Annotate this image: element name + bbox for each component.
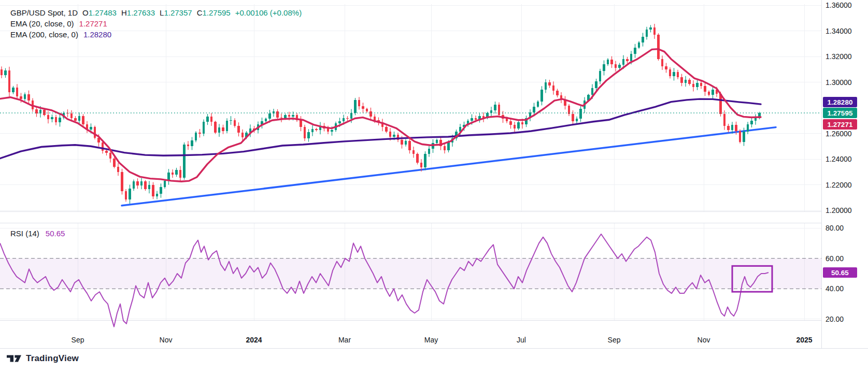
candle-body xyxy=(416,154,419,163)
candle-body xyxy=(424,154,426,167)
candle-body xyxy=(51,117,53,119)
candle-body xyxy=(579,109,582,119)
candle-body xyxy=(408,141,411,150)
candle-body xyxy=(490,110,493,113)
candle-body xyxy=(331,130,333,131)
candle-body xyxy=(374,117,376,120)
candle-body xyxy=(315,129,318,130)
candle-body xyxy=(70,113,73,118)
candle-body xyxy=(195,133,197,140)
candle-body xyxy=(548,82,551,85)
candle-body xyxy=(1,69,3,75)
candle-body xyxy=(179,170,182,178)
candle-body xyxy=(16,88,19,96)
candle-body xyxy=(94,127,96,138)
candle-body xyxy=(630,54,633,61)
candle-body xyxy=(4,70,7,75)
candle-body xyxy=(545,82,547,90)
candle-body xyxy=(576,119,578,121)
candle-body xyxy=(265,119,267,121)
candle-body xyxy=(74,118,77,121)
candle-body xyxy=(610,60,613,64)
candle-body xyxy=(338,121,341,123)
candle-body xyxy=(350,113,353,119)
candle-body xyxy=(665,66,667,69)
candle-body xyxy=(385,127,388,132)
chart-canvas[interactable] xyxy=(0,0,868,372)
candle-body xyxy=(618,65,621,68)
candle-body xyxy=(129,189,131,199)
candle-body xyxy=(727,126,730,131)
candle-body xyxy=(389,132,392,137)
ema200-line[interactable] xyxy=(0,99,761,159)
candle-body xyxy=(362,106,364,109)
candle-body xyxy=(731,125,734,130)
candle-body xyxy=(160,187,162,193)
candle-body xyxy=(436,140,438,143)
candle-body xyxy=(393,135,395,137)
candle-body xyxy=(55,117,58,122)
candle-body xyxy=(82,116,84,124)
candle-body xyxy=(198,133,201,133)
candle-body xyxy=(183,145,186,178)
candle-body xyxy=(494,105,496,110)
candle-body xyxy=(164,181,166,187)
trendline-drawing[interactable] xyxy=(122,127,776,206)
candle-body xyxy=(599,71,602,81)
candle-body xyxy=(537,102,539,107)
candle-body xyxy=(517,122,520,128)
candle-body xyxy=(509,121,512,125)
candle-body xyxy=(280,118,283,118)
candle-body xyxy=(692,84,695,87)
candle-body xyxy=(572,114,574,121)
candle-body xyxy=(206,117,209,122)
candle-body xyxy=(230,120,232,121)
candle-body xyxy=(704,86,706,92)
candle-body xyxy=(187,145,190,147)
candle-body xyxy=(747,124,749,132)
candle-body xyxy=(673,72,675,77)
candle-body xyxy=(102,142,104,151)
candle-body xyxy=(688,80,691,84)
candle-body xyxy=(43,110,46,115)
candle-body xyxy=(78,116,81,120)
candle-body xyxy=(653,27,656,35)
candle-body xyxy=(237,126,240,133)
candle-body xyxy=(20,96,22,99)
candle-body xyxy=(136,181,139,185)
candle-body xyxy=(288,115,291,117)
candle-body xyxy=(300,120,302,127)
candle-body xyxy=(626,59,629,61)
candle-body xyxy=(506,119,508,121)
candle-body xyxy=(311,129,314,132)
candle-body xyxy=(735,125,737,131)
candle-body xyxy=(750,121,753,124)
candle-body xyxy=(366,109,368,111)
candle-body xyxy=(12,88,15,92)
candle-body xyxy=(428,149,431,154)
candle-body xyxy=(723,114,726,125)
candle-body xyxy=(708,92,710,95)
candle-body xyxy=(156,194,159,196)
candle-body xyxy=(475,118,477,120)
candle-body xyxy=(369,111,372,117)
candle-body xyxy=(214,122,217,133)
candle-body xyxy=(210,117,213,122)
candle-body xyxy=(105,151,108,153)
candle-body xyxy=(634,48,636,54)
candle-body xyxy=(284,115,287,118)
candle-body xyxy=(680,77,683,83)
candle-body xyxy=(444,146,446,150)
candle-body xyxy=(109,153,112,159)
candle-body xyxy=(471,118,473,121)
candle-body xyxy=(638,42,641,48)
candle-body xyxy=(148,185,151,190)
candle-body xyxy=(47,115,50,119)
candle-body xyxy=(533,107,535,112)
candle-body xyxy=(140,181,143,185)
candle-body xyxy=(591,88,594,95)
tradingview-logo[interactable]: TradingView xyxy=(7,353,79,364)
candle-body xyxy=(595,81,597,88)
candle-body xyxy=(657,35,660,59)
candle-body xyxy=(292,115,294,117)
